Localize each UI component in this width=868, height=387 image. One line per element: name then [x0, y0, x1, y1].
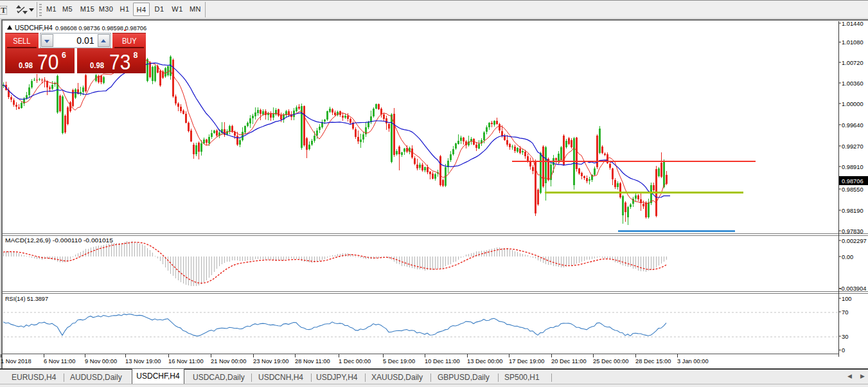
svg-text:0.00: 0.00 [842, 254, 853, 260]
svg-text:3 Jan 00:00: 3 Jan 00:00 [677, 358, 709, 364]
svg-text:17 Dec 19:00: 17 Dec 19:00 [509, 358, 544, 364]
svg-text:1.00720: 1.00720 [842, 60, 864, 66]
svg-text:10 Dec 11:00: 10 Dec 11:00 [425, 358, 460, 364]
svg-text:1 Nov 2018: 1 Nov 2018 [1, 358, 31, 364]
svg-text:1.01080: 1.01080 [842, 39, 864, 46]
svg-text:MACD(12,26,9) -0.000110 -0.001: MACD(12,26,9) -0.000110 -0.001015 [5, 237, 113, 244]
svg-text:23 Nov 19:00: 23 Nov 19:00 [253, 358, 288, 364]
svg-text:6 Nov 11:00: 6 Nov 11:00 [44, 358, 75, 364]
svg-text:25 Dec 00:00: 25 Dec 00:00 [593, 358, 628, 364]
svg-text:28 Dec 15:00: 28 Dec 15:00 [635, 358, 671, 364]
svg-text:13 Dec 00:00: 13 Dec 00:00 [467, 358, 502, 364]
svg-text:1 Dec 00:00: 1 Dec 00:00 [339, 358, 371, 364]
svg-text:13 Nov 19:00: 13 Nov 19:00 [125, 358, 161, 364]
svg-text:9 Nov 00:00: 9 Nov 00:00 [85, 358, 117, 364]
svg-text:70: 70 [842, 309, 848, 316]
svg-text:0.99640: 0.99640 [842, 122, 864, 129]
svg-text:0.98608 0.98736 0.98598 0.9870: 0.98608 0.98736 0.98598 0.98706 [55, 25, 146, 32]
svg-text:USDCHF,H4: USDCHF,H4 [15, 24, 53, 32]
svg-text:16 Nov 11:00: 16 Nov 11:00 [168, 358, 204, 364]
svg-text:0.98910: 0.98910 [842, 164, 864, 170]
svg-text:5 Dec 19:00: 5 Dec 19:00 [383, 358, 415, 364]
svg-text:20 Dec 11:00: 20 Dec 11:00 [551, 358, 587, 364]
svg-text:0: 0 [842, 347, 845, 354]
svg-text:1.00000: 1.00000 [842, 101, 864, 107]
svg-text:0.97830: 0.97830 [842, 228, 864, 235]
svg-text:100: 100 [842, 296, 852, 302]
svg-text:-0.003904: -0.003904 [840, 285, 867, 292]
svg-text:28 Nov 11:00: 28 Nov 11:00 [295, 358, 330, 364]
svg-text:0.002297: 0.002297 [842, 238, 867, 244]
svg-text:0.99270: 0.99270 [842, 143, 864, 150]
svg-text:0.98190: 0.98190 [842, 208, 864, 214]
svg-text:30: 30 [842, 334, 848, 340]
svg-text:1.00360: 1.00360 [842, 80, 864, 87]
svg-text:RSI(14) 51.3897: RSI(14) 51.3897 [5, 296, 48, 302]
svg-text:0.98550: 0.98550 [842, 186, 864, 193]
svg-text:21 Nov 00:00: 21 Nov 00:00 [211, 358, 246, 364]
svg-text:1.01440: 1.01440 [842, 21, 864, 27]
svg-text:0.98706: 0.98706 [842, 178, 864, 184]
